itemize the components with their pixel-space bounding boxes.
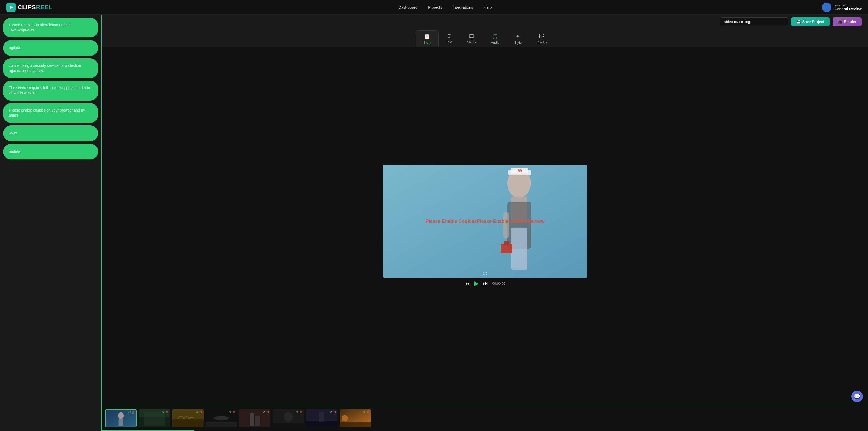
timer-display: 00:00:05 — [492, 282, 506, 285]
user-name: General Review — [835, 7, 862, 11]
logo-icon — [6, 3, 16, 12]
thumb-refresh-icon-6[interactable]: ↺ — [296, 410, 299, 414]
svg-rect-11 — [503, 212, 508, 238]
save-project-button[interactable]: 💾 Save Project — [791, 17, 830, 26]
play-button[interactable]: ▶ — [474, 280, 479, 287]
tab-story[interactable]: 📋 Story — [416, 30, 439, 47]
thumb-refresh-icon-2[interactable]: ↺ — [162, 410, 165, 414]
render-icon: 🎬 — [838, 20, 842, 24]
timeline-thumb-7[interactable]: ↺ 🗑 — [306, 409, 338, 427]
thumb-delete-icon-6[interactable]: 🗑 — [300, 410, 303, 414]
thumb-delete-icon-7[interactable]: 🗑 — [333, 410, 336, 414]
story-card-5[interactable]: Please enable cookies on your browser an… — [3, 103, 98, 123]
svg-rect-15 — [119, 419, 123, 426]
style-tab-icon: ✦ — [516, 33, 520, 39]
timeline-thumb-4[interactable]: ↺ 🗑 — [206, 409, 237, 427]
timeline-thumb-8[interactable]: ↺ 🗑 — [340, 409, 371, 427]
video-controls: ⏮ ▶ ⏭ 00:00:05 — [465, 280, 506, 287]
nav-bar: Dashboard Projects Integrations Help — [68, 5, 822, 9]
logo-text: CLIPSREEL — [18, 4, 52, 11]
svg-text:69: 69 — [518, 169, 522, 173]
svg-text:FANTASIES: FANTASIES — [524, 248, 528, 264]
user-info: Welcome General Review — [835, 4, 862, 11]
thumb-refresh-icon-3[interactable]: ↺ — [196, 410, 198, 414]
story-card-4[interactable]: The service requires full cookie support… — [3, 81, 98, 100]
thumb-delete-icon-2[interactable]: 🗑 — [166, 410, 169, 414]
nav-dashboard[interactable]: Dashboard — [398, 5, 417, 9]
timeline-thumb-5[interactable]: ↺ 🗑 — [239, 409, 271, 427]
media-tab-icon: 🖼 — [469, 33, 474, 39]
thumb-delete-icon-4[interactable]: 🗑 — [233, 410, 236, 414]
thumb-delete-icon-3[interactable]: 🗑 — [199, 410, 203, 414]
tab-credits[interactable]: 🎞 Credits — [529, 31, 554, 47]
thumb-refresh-icon-5[interactable]: ↺ — [262, 410, 265, 414]
search-wrap — [720, 17, 788, 26]
video-preview: 69 FANTASIES — [383, 165, 587, 278]
svg-rect-22 — [206, 422, 237, 427]
search-input[interactable] — [720, 17, 788, 26]
svg-rect-26 — [255, 415, 260, 426]
main-layout: Please Enable CookiesPlease Enable JavaS… — [0, 15, 868, 431]
svg-rect-32 — [319, 412, 324, 422]
thumb-refresh-icon-7[interactable]: ↺ — [330, 410, 332, 414]
tab-audio[interactable]: 🎵 Audio — [484, 31, 507, 47]
svg-marker-0 — [10, 5, 13, 9]
thumb-refresh-icon-8[interactable]: ↺ — [363, 410, 366, 414]
thumb-refresh-icon-4[interactable]: ↺ — [229, 410, 232, 414]
story-card-2[interactable]: ngdata — [3, 40, 98, 56]
thumb-refresh-icon-1[interactable]: ↺ — [128, 410, 131, 414]
chat-bubble[interactable]: 💬 — [851, 391, 863, 402]
header-right: 👤 Welcome General Review — [822, 3, 862, 12]
svg-point-23 — [214, 416, 229, 420]
skip-forward-button[interactable]: ⏭ — [483, 281, 488, 286]
svg-rect-10 — [504, 241, 509, 245]
top-toolbar: 💾 Save Project 🎬 Render — [102, 15, 868, 29]
svg-rect-20 — [172, 420, 204, 427]
story-card-6[interactable]: www — [3, 125, 98, 141]
left-sidebar: Please Enable CookiesPlease Enable JavaS… — [0, 15, 102, 431]
timeline-thumb-2[interactable]: ↺ 🗑 — [138, 409, 170, 427]
right-content: 💾 Save Project 🎬 Render 📋 Story T Text 🖼… — [102, 15, 868, 431]
story-card-3[interactable]: com is using a security service for prot… — [3, 58, 98, 78]
tab-text[interactable]: T Text — [439, 31, 460, 47]
video-area: 69 FANTASIES — [102, 47, 868, 405]
svg-rect-9 — [501, 243, 513, 254]
story-card-7[interactable]: ngdata — [3, 144, 98, 160]
timeline-thumb-6[interactable]: ↺ 🗑 — [273, 409, 304, 427]
render-button[interactable]: 🎬 Render — [833, 17, 862, 26]
thumb-delete-icon-5[interactable]: 🗑 — [266, 410, 270, 414]
tab-style[interactable]: ✦ Style — [507, 31, 529, 47]
thumb-delete-icon-1[interactable]: 🗑 — [132, 410, 135, 414]
text-tab-icon: T — [447, 33, 451, 39]
nav-projects[interactable]: Projects — [428, 5, 442, 9]
svg-point-35 — [342, 415, 348, 421]
skip-back-button[interactable]: ⏮ — [465, 281, 470, 286]
svg-point-14 — [118, 412, 124, 419]
svg-rect-25 — [250, 413, 254, 426]
tab-media[interactable]: 🖼 Media — [460, 31, 484, 47]
avatar: 👤 — [822, 3, 831, 12]
header: CLIPSREEL Dashboard Projects Integration… — [0, 0, 868, 15]
svg-point-29 — [284, 412, 293, 422]
svg-rect-28 — [273, 423, 304, 427]
tabs-bar: 📋 Story T Text 🖼 Media 🎵 Audio ✦ Style 🎞 — [102, 29, 868, 47]
svg-rect-34 — [340, 422, 371, 427]
video-overlay-text: Please Enable CookiesPlease Enable JavaS… — [425, 219, 545, 224]
logo: CLIPSREEL — [6, 3, 52, 12]
story-tab-icon: 📋 — [424, 33, 430, 39]
svg-rect-18 — [144, 412, 165, 426]
thumb-delete-icon-8[interactable]: 🗑 — [367, 410, 370, 414]
timeline-thumb-1[interactable]: ↺ 🗑 — [105, 409, 136, 427]
credits-tab-icon: 🎞 — [539, 33, 545, 39]
save-icon: 💾 — [796, 20, 801, 24]
slide-counter: 1/5 — [483, 272, 487, 276]
welcome-label: Welcome — [835, 4, 862, 7]
audio-tab-icon: 🎵 — [492, 33, 498, 39]
timeline: ↺ 🗑 ↺ — [102, 405, 868, 431]
nav-integrations[interactable]: Integrations — [453, 5, 473, 9]
nav-help[interactable]: Help — [484, 5, 492, 9]
story-card-1[interactable]: Please Enable CookiesPlease Enable JavaS… — [3, 18, 98, 37]
timeline-thumb-3[interactable]: ↺ 🗑 — [172, 409, 204, 427]
